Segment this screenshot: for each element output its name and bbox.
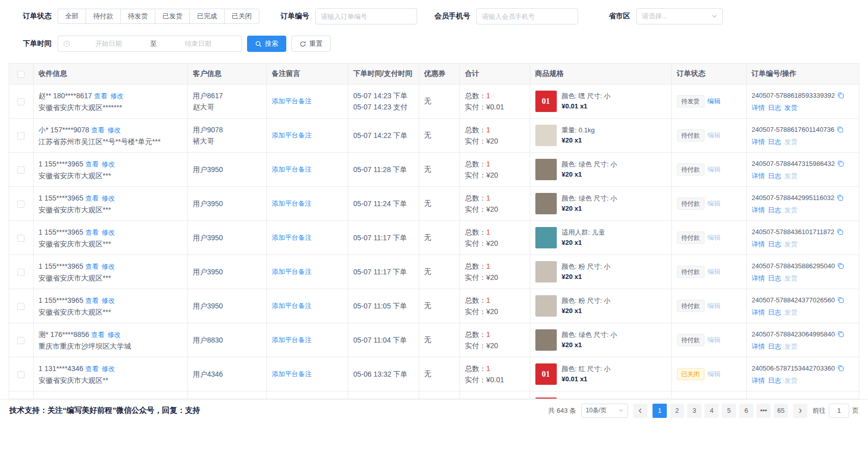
modify-link[interactable]: 修改 [107,126,121,134]
ship-link[interactable]: 发货 [784,343,798,350]
row-checkbox[interactable] [17,98,24,105]
ship-link[interactable]: 发货 [784,308,798,316]
detail-link[interactable]: 详情 [752,343,765,350]
edit-order-link[interactable]: 编辑 [708,165,721,173]
ship-link[interactable]: 发货 [784,138,798,146]
log-link[interactable]: 日志 [768,138,781,146]
view-link[interactable]: 查看 [85,229,98,236]
modify-link[interactable]: 修改 [101,365,115,373]
detail-link[interactable]: 详情 [752,377,765,384]
reset-button[interactable]: 重置 [291,36,331,52]
log-link[interactable]: 日志 [768,104,781,111]
date-range-picker[interactable]: 开始日期 至 结束日期 [58,36,242,52]
page-size-select[interactable]: 10条/页 [581,404,628,418]
page-button[interactable]: 6 [739,404,753,418]
status-tab-pending-ship[interactable]: 待发货 [120,9,155,24]
log-link[interactable]: 日志 [768,206,781,214]
detail-link[interactable]: 详情 [752,240,765,248]
view-link[interactable]: 查看 [85,194,98,202]
copy-icon[interactable] [837,261,844,272]
ship-link[interactable]: 发货 [784,240,798,248]
modify-link[interactable]: 修改 [107,331,121,338]
edit-order-link[interactable]: 编辑 [708,302,721,309]
search-button[interactable]: 搜索 [247,36,286,52]
phone-input[interactable] [476,8,578,24]
status-tab-pending-pay[interactable]: 待付款 [86,9,121,24]
copy-icon[interactable] [837,329,844,341]
log-link[interactable]: 日志 [768,308,781,316]
ship-link[interactable]: 发货 [784,206,798,214]
log-link[interactable]: 日志 [768,343,781,350]
copy-icon[interactable] [836,125,844,136]
add-note-link[interactable]: 添加平台备注 [272,131,312,139]
log-link[interactable]: 日志 [768,240,781,248]
log-link[interactable]: 日志 [768,377,781,384]
copy-icon[interactable] [837,363,844,375]
page-button[interactable]: 3 [687,404,701,418]
detail-link[interactable]: 详情 [752,138,765,146]
page-button[interactable]: 4 [704,404,719,418]
add-note-link[interactable]: 添加平台备注 [272,234,312,241]
modify-link[interactable]: 修改 [101,263,115,270]
view-link[interactable]: 查看 [91,331,104,338]
detail-link[interactable]: 详情 [752,274,765,282]
row-checkbox[interactable] [17,303,24,310]
row-checkbox[interactable] [17,166,24,174]
prev-page-button[interactable] [633,404,647,418]
status-tab-completed[interactable]: 已完成 [189,9,225,24]
log-link[interactable]: 日志 [768,274,781,282]
copy-icon[interactable] [836,193,844,204]
copy-icon[interactable] [837,91,844,102]
add-note-link[interactable]: 添加平台备注 [272,336,312,344]
add-note-link[interactable]: 添加平台备注 [272,370,312,378]
add-note-link[interactable]: 添加平台备注 [272,268,312,275]
next-page-button[interactable] [793,404,807,418]
detail-link[interactable]: 详情 [752,206,765,214]
row-checkbox[interactable] [17,235,24,242]
status-tab-all[interactable]: 全部 [58,9,86,24]
goto-page-input[interactable] [829,404,849,418]
status-tab-shipped[interactable]: 已发货 [155,9,190,24]
page-button[interactable]: 1 [653,404,667,418]
detail-link[interactable]: 详情 [752,172,765,180]
detail-link[interactable]: 详情 [752,308,765,316]
add-note-link[interactable]: 添加平台备注 [272,165,312,173]
edit-order-link[interactable]: 编辑 [708,131,721,139]
modify-link[interactable]: 修改 [101,160,115,168]
modify-link[interactable]: 修改 [101,229,115,236]
select-all-checkbox[interactable] [17,71,24,78]
page-button[interactable]: 5 [722,404,736,418]
copy-icon[interactable] [837,295,844,306]
row-checkbox[interactable] [17,371,24,378]
ship-link[interactable]: 发货 [784,377,798,384]
order-no-input[interactable] [315,8,417,24]
edit-order-link[interactable]: 编辑 [708,336,721,344]
status-tab-closed[interactable]: 已关闭 [224,9,259,24]
modify-link[interactable]: 修改 [101,194,115,202]
modify-link[interactable]: 修改 [101,297,115,304]
add-note-link[interactable]: 添加平台备注 [272,97,312,105]
view-link[interactable]: 查看 [85,297,98,304]
row-checkbox[interactable] [17,201,24,208]
modify-link[interactable]: 修改 [110,92,123,100]
view-link[interactable]: 查看 [91,126,104,134]
edit-order-link[interactable]: 编辑 [708,97,721,105]
page-button[interactable]: 65 [774,404,788,418]
detail-link[interactable]: 详情 [752,104,765,111]
ship-link[interactable]: 发货 [784,172,798,180]
edit-order-link[interactable]: 编辑 [708,268,721,275]
region-select[interactable]: 请选择... [636,8,723,24]
page-ellipsis-button[interactable]: ••• [756,404,771,418]
ship-link[interactable]: 发货 [784,274,798,282]
add-note-link[interactable]: 添加平台备注 [272,200,312,207]
log-link[interactable]: 日志 [768,172,781,180]
copy-icon[interactable] [837,159,844,170]
view-link[interactable]: 查看 [94,92,107,100]
edit-order-link[interactable]: 编辑 [708,234,721,241]
row-checkbox[interactable] [17,337,24,344]
add-note-link[interactable]: 添加平台备注 [272,302,312,309]
ship-link[interactable]: 发货 [784,104,798,111]
edit-order-link[interactable]: 编辑 [708,370,721,378]
view-link[interactable]: 查看 [85,263,98,270]
row-checkbox[interactable] [17,132,24,139]
